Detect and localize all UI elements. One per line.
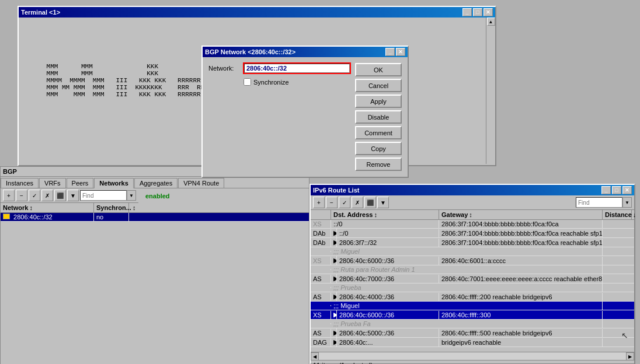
table-row[interactable]: AS ▶ 2806:40c:5000::/36 2806:40c:ffff::5… bbox=[311, 328, 634, 338]
dialog-title: BGP Network <2806:40c::/32> bbox=[205, 48, 295, 55]
terminal-title-buttons: _ □ ✕ bbox=[462, 8, 493, 16]
scroll-left-arrow[interactable]: ◀ bbox=[311, 352, 319, 360]
type-cell: DAb bbox=[311, 229, 331, 237]
comment-cell: ;;; Miguel bbox=[331, 247, 603, 256]
dialog-title-buttons: _ ✕ bbox=[385, 48, 405, 56]
bgp-network-dialog: BGP Network <2806:40c::/32> _ ✕ Network:… bbox=[201, 46, 409, 178]
ipv6-status: 11 items (1 selected) bbox=[311, 360, 634, 364]
type-cell: XS bbox=[311, 220, 331, 228]
table-row-selected[interactable]: XS ▶ 2806:40c:6000::/36 2806:40c:ffff::3… bbox=[311, 310, 634, 320]
arrow-cell: ▶ bbox=[331, 292, 337, 301]
disable-button-tb[interactable]: ✗ bbox=[41, 190, 53, 201]
gw-cell: 2806:40c:7001:eeee:eeee:eeee:a:cccc reac… bbox=[439, 275, 603, 283]
horizontal-scrollbar[interactable]: ◀ ▶ bbox=[311, 352, 634, 360]
bgp-toolbar: + − ✓ ✗ ⬛ ▼ ▼ bbox=[1, 188, 138, 203]
table-row[interactable]: 2806:40c::/32 no bbox=[1, 213, 309, 222]
ipv6-settings-button[interactable]: ⬛ bbox=[364, 197, 376, 208]
dst-cell: ::/0 bbox=[337, 229, 439, 237]
table-row-comment: ;;; Prueba Fa bbox=[311, 320, 634, 328]
dst-cell: 2806:40c:... bbox=[337, 338, 439, 346]
arrow-cell: ▶ bbox=[331, 238, 337, 247]
type-cell: DAG bbox=[311, 338, 331, 346]
ipv6-close-button[interactable]: ✕ bbox=[622, 186, 632, 194]
ipv6-disable-button[interactable]: ✗ bbox=[352, 197, 363, 208]
tab-instances[interactable]: Instances bbox=[1, 178, 39, 188]
arrow-cell: ▶ bbox=[331, 229, 337, 237]
add-button[interactable]: + bbox=[3, 190, 15, 201]
ok-button[interactable]: OK bbox=[355, 63, 402, 76]
th-type bbox=[311, 210, 331, 219]
network-field-row: Network: bbox=[208, 63, 350, 74]
ipv6-enable-button[interactable]: ✓ bbox=[339, 197, 350, 208]
scroll-up-arrow[interactable]: ▲ bbox=[487, 18, 495, 26]
enable-button[interactable]: ✓ bbox=[29, 190, 40, 201]
type-cell: XS bbox=[311, 311, 331, 319]
ipv6-maximize-button[interactable]: □ bbox=[612, 186, 621, 194]
th-network: Network ↕ bbox=[1, 203, 94, 212]
type-cell: AS bbox=[311, 293, 331, 301]
network-cell: 2806:40c::/32 bbox=[1, 213, 94, 221]
cursor-indicator: ↖ bbox=[621, 331, 628, 340]
ipv6-find-input[interactable] bbox=[576, 197, 622, 208]
table-row-selected[interactable]: ;;; Miguel bbox=[311, 302, 634, 310]
th-dst: Dst. Address ↕ bbox=[331, 210, 439, 219]
remove-button-tb[interactable]: − bbox=[16, 190, 27, 201]
gw-cell: 2806:40c:6001::a:cccc bbox=[439, 257, 603, 265]
cancel-button[interactable]: Cancel bbox=[355, 79, 402, 92]
table-row[interactable]: XS ::/0 2806:3f7:1004:bbbb:bbbb:bbbb:f0c… bbox=[311, 220, 634, 229]
ipv6-filter-button[interactable]: ▼ bbox=[377, 197, 389, 208]
ipv6-minimize-button[interactable]: _ bbox=[601, 186, 611, 194]
comment-button[interactable]: Comment bbox=[355, 126, 402, 139]
remove-button[interactable]: Remove bbox=[355, 158, 402, 171]
type-cell: AS bbox=[311, 275, 331, 283]
ipv6-add-button[interactable]: + bbox=[313, 197, 325, 208]
type-cell bbox=[311, 305, 331, 306]
ipv6-title-buttons: _ □ ✕ bbox=[601, 186, 632, 194]
settings-button[interactable]: ⬛ bbox=[54, 190, 66, 201]
find-dropdown[interactable]: ▼ bbox=[127, 190, 136, 201]
find-input[interactable] bbox=[80, 190, 127, 201]
dialog-close-button[interactable]: ✕ bbox=[396, 48, 405, 56]
tab-peers[interactable]: Peers bbox=[67, 178, 94, 188]
maximize-button[interactable]: □ bbox=[473, 8, 482, 16]
type-cell: XS bbox=[311, 257, 331, 265]
dialog-body: Network: Synchronize OK Cancel Apply Dis… bbox=[203, 57, 408, 177]
filter-button[interactable]: ▼ bbox=[67, 190, 79, 201]
tab-networks[interactable]: Networks bbox=[94, 178, 134, 188]
comment-cell: ;;; Ruta para Router Admin 1 bbox=[331, 265, 603, 274]
copy-button[interactable]: Copy bbox=[355, 142, 402, 155]
disable-button[interactable]: Disable bbox=[355, 110, 402, 124]
tab-vrfs[interactable]: VRFs bbox=[39, 178, 66, 188]
terminal-scrollbar[interactable]: ▲ bbox=[486, 18, 495, 164]
close-button[interactable]: ✕ bbox=[484, 8, 493, 16]
type-cell: DAb bbox=[311, 239, 331, 247]
synchronize-row: Synchronize bbox=[244, 78, 350, 86]
apply-button[interactable]: Apply bbox=[355, 94, 402, 108]
table-row[interactable]: DAb ▶ 2806:3f7::/32 2806:3f7:1004:bbbb:b… bbox=[311, 238, 634, 247]
table-row[interactable]: AS ▶ 2806:40c:7000::/36 2806:40c:7001:ee… bbox=[311, 274, 634, 284]
table-row[interactable]: DAb ▶ ::/0 2806:3f7:1004:bbbb:bbbb:bbbb:… bbox=[311, 229, 634, 238]
ipv6-find-dropdown[interactable]: ▼ bbox=[622, 197, 632, 208]
arrow-cell: ▶ bbox=[331, 256, 337, 265]
network-input[interactable] bbox=[244, 63, 350, 74]
table-row[interactable]: AS ▶ 2806:40c:4000::/36 2806:40c:ffff::2… bbox=[311, 292, 634, 302]
type-cell bbox=[311, 323, 331, 324]
ipv6-find-box: ▼ bbox=[576, 197, 632, 208]
type-cell bbox=[311, 287, 331, 288]
scroll-right-arrow[interactable]: ▶ bbox=[626, 352, 634, 360]
scroll-track[interactable] bbox=[319, 352, 626, 360]
table-row[interactable]: XS ▶ 2806:40c:6000::/36 2806:40c:6001::a… bbox=[311, 256, 634, 265]
terminal-title: Terminal <1> bbox=[21, 9, 60, 16]
minimize-button[interactable]: _ bbox=[462, 8, 472, 16]
dst-cell: 2806:40c:6000::/36 bbox=[337, 311, 439, 319]
table-row[interactable]: DAG ▶ 2806:40c:... bridgeipv6 reachable bbox=[311, 338, 634, 347]
dialog-minimize-button[interactable]: _ bbox=[385, 48, 395, 56]
ipv6-remove-button[interactable]: − bbox=[326, 197, 338, 208]
synchronize-checkbox[interactable] bbox=[244, 78, 251, 86]
gw-cell: bridgeipv6 reachable bbox=[439, 338, 603, 346]
tab-aggregates[interactable]: Aggregates bbox=[134, 178, 178, 188]
dst-cell: 2806:3f7::/32 bbox=[337, 239, 439, 247]
tab-vpn4-route[interactable]: VPN4 Route bbox=[178, 178, 224, 188]
table-row-comment: ;;; Prueba bbox=[311, 284, 634, 292]
dst-cell: 2806:40c:5000::/36 bbox=[337, 329, 439, 337]
